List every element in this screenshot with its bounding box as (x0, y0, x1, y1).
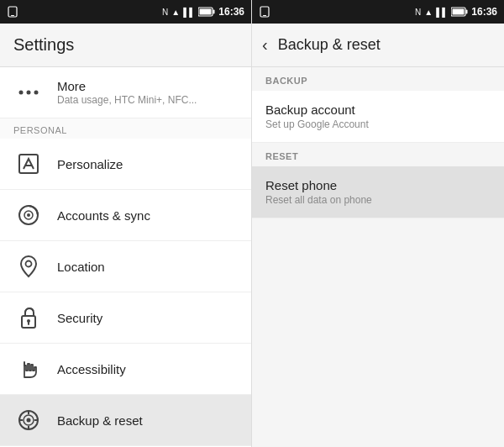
accessibility-icon (13, 354, 44, 384)
svg-rect-3 (213, 10, 215, 14)
signal-icon: ▌▌ (183, 8, 195, 17)
accessibility-title: Accessibility (57, 362, 238, 376)
right-nfc-icon: N (415, 8, 421, 17)
nfc-icon: N (162, 8, 168, 17)
more-subtitle: Data usage, HTC Mini+, NFC... (57, 94, 238, 106)
personalize-content: Personalize (57, 157, 238, 171)
left-status-icons-left (7, 6, 18, 18)
reset-phone-item[interactable]: Reset phone Reset all data on phone (252, 166, 504, 218)
lock-svg (19, 306, 38, 329)
svg-point-12 (26, 261, 32, 267)
right-status-icons-right: N ▲ ▌▌ 16:36 (415, 6, 497, 18)
backup-reset-content: Backup & reset (57, 413, 238, 428)
backup-svg (17, 408, 40, 432)
svg-rect-30 (453, 9, 465, 15)
svg-point-19 (27, 418, 31, 423)
svg-rect-29 (466, 10, 468, 14)
more-title: More (57, 79, 238, 93)
sync-svg (17, 203, 40, 227)
personal-section-label: PERSONAL (0, 118, 251, 139)
settings-title: Settings (13, 35, 74, 55)
location-list-item[interactable]: Location (0, 241, 251, 292)
accessibility-content: Accessibility (57, 362, 238, 376)
backup-reset-title: Backup & reset (57, 413, 238, 428)
left-status-icons-right: N ▲ ▌▌ 16:36 (162, 6, 244, 18)
backup-account-subtitle: Set up Google Account (265, 118, 491, 130)
personalize-svg (17, 152, 40, 176)
right-content: BACKUP Backup account Set up Google Acco… (252, 67, 504, 447)
accounts-sync-icon (13, 200, 44, 230)
svg-rect-15 (28, 322, 29, 325)
right-status-icons-left (259, 6, 270, 18)
backup-reset-icon (13, 405, 44, 435)
right-status-time: 16:36 (471, 6, 497, 18)
security-content: Security (57, 311, 238, 325)
location-svg (18, 255, 39, 278)
svg-point-6 (27, 91, 31, 95)
backup-account-title: Backup account (265, 103, 491, 117)
back-button[interactable]: ‹ (262, 35, 268, 55)
reset-section-header: RESET (252, 143, 504, 166)
more-icon (13, 77, 44, 108)
security-list-item[interactable]: Security (0, 292, 251, 344)
backup-account-item[interactable]: Backup account Set up Google Account (252, 91, 504, 143)
backup-section-header: BACKUP (252, 67, 504, 91)
personalize-list-item[interactable]: Personalize (0, 139, 251, 190)
location-icon (13, 251, 44, 281)
more-list-item[interactable]: More Data usage, HTC Mini+, NFC... (0, 67, 251, 118)
svg-rect-27 (263, 15, 266, 16)
personalize-title: Personalize (57, 157, 238, 171)
dots-icon (18, 89, 39, 96)
backup-reset-page-title: Backup & reset (278, 36, 381, 54)
reset-phone-title: Reset phone (265, 178, 491, 192)
location-content: Location (57, 260, 238, 274)
more-content: More Data usage, HTC Mini+, NFC... (57, 79, 238, 106)
right-panel: N ▲ ▌▌ 16:36 ‹ Backup & reset BACKUP Bac… (252, 0, 504, 447)
personalize-icon (13, 149, 44, 179)
left-status-time: 16:36 (218, 6, 244, 18)
svg-point-11 (27, 213, 30, 217)
security-title: Security (57, 311, 238, 325)
left-panel: N ▲ ▌▌ 16:36 Settings (0, 0, 252, 447)
wifi-icon: ▲ (171, 8, 180, 17)
battery-icon (198, 7, 215, 17)
right-wifi-icon: ▲ (424, 8, 433, 17)
left-status-bar: N ▲ ▌▌ 16:36 (0, 0, 251, 24)
left-header: Settings (0, 24, 251, 67)
settings-list: More Data usage, HTC Mini+, NFC... PERSO… (0, 67, 251, 447)
svg-point-7 (34, 91, 39, 95)
accounts-sync-title: Accounts & sync (57, 208, 238, 223)
right-phone-icon (259, 6, 270, 18)
right-header: ‹ Backup & reset (252, 24, 504, 67)
location-title: Location (57, 260, 238, 274)
right-status-bar: N ▲ ▌▌ 16:36 (252, 0, 504, 24)
svg-rect-4 (200, 9, 212, 15)
accounts-sync-list-item[interactable]: Accounts & sync (0, 190, 251, 241)
svg-rect-1 (11, 15, 14, 16)
accounts-sync-content: Accounts & sync (57, 208, 238, 223)
accessibility-list-item[interactable]: Accessibility (0, 344, 251, 395)
backup-reset-list-item[interactable]: Backup & reset (0, 395, 251, 446)
security-icon (13, 302, 44, 333)
phone-icon (7, 6, 18, 18)
right-signal-icon: ▌▌ (436, 8, 448, 17)
right-battery-icon (451, 7, 468, 17)
svg-point-5 (19, 91, 24, 95)
reset-phone-subtitle: Reset all data on phone (265, 194, 491, 206)
hand-svg (18, 357, 39, 381)
